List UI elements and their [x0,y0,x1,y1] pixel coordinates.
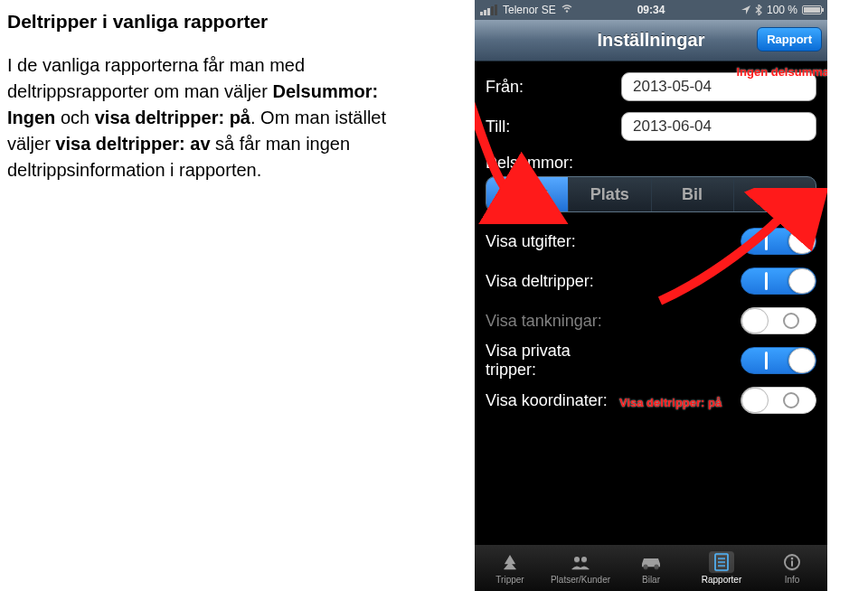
phone-frame: Telenor SE 09:34 100 % Inställningar Rap… [475,0,827,591]
screenshot-column: Telenor SE 09:34 100 % Inställningar Rap… [434,0,868,591]
toggle-deltripper-row: Visa deltripper: [475,261,827,301]
to-value: 2013-06-04 [633,117,712,136]
document-text-column: Deltripper i vanliga rapporter I de vanl… [0,0,434,591]
annot-visa-deltripper: Visa deltripper: på [619,396,722,409]
doc-title: Deltripper i vanliga rapporter [7,11,412,33]
delsummor-segmented[interactable]: Ingen Plats Bil SKV [486,176,816,212]
toggle-deltripper[interactable] [741,267,816,295]
toggle-tankningar-label: Visa tankningar: [486,312,621,331]
tab-label: Tripper [495,575,524,585]
toggle-utgifter[interactable] [741,228,816,255]
toggle-deltripper-label: Visa deltripper: [486,272,621,291]
tab-rapporter[interactable]: Rapporter [686,545,757,591]
nav-title: Inställningar [598,30,705,51]
doc-text: I de vanliga rapporterna får man med del… [7,55,305,101]
signal-icon [480,5,497,15]
tab-label: Info [785,575,800,585]
rapport-button[interactable]: Rapport [757,27,822,52]
annot-ingen-delsumma: Ingen delsumma [736,65,827,79]
doc-body: I de vanliga rapporterna får man med del… [7,52,412,183]
seg-bil[interactable]: Bil [652,177,734,211]
doc-text: och [55,108,94,127]
seg-ingen[interactable]: Ingen [486,177,569,211]
location-icon [741,5,750,14]
svg-point-0 [566,10,568,12]
toggle-privata-row: Visa privata tripper: [475,341,827,380]
battery-icon [802,5,822,14]
delsummor-label: Delsummor: [475,146,827,176]
car-icon [638,551,664,573]
toggle-tankningar-row: Visa tankningar: [475,301,827,341]
tree-icon [497,551,523,573]
tab-label: Platser/Kunder [551,575,610,585]
seg-skv[interactable]: SKV [734,177,816,211]
toggle-utgifter-row: Visa utgifter: [475,221,827,261]
toggle-koordinater[interactable] [741,387,816,414]
info-icon [779,551,805,573]
clock-label: 09:34 [637,4,665,16]
tab-label: Rapporter [702,575,741,585]
svg-point-3 [644,565,648,569]
bluetooth-icon [755,5,762,15]
nav-bar: Inställningar Rapport [475,20,827,61]
svg-rect-11 [791,561,793,567]
svg-point-1 [574,557,580,562]
svg-point-2 [581,557,587,562]
wifi-icon [561,5,572,15]
to-row: Till: 2013-06-04 [475,107,827,146]
settings-content: Från: 2013-05-04 Till: 2013-06-04 Delsum… [475,61,827,544]
toggle-tankningar[interactable] [741,307,816,334]
people-icon [568,551,593,573]
toggle-utgifter-label: Visa utgifter: [486,232,621,251]
battery-pct: 100 % [767,4,797,16]
status-right-icons: 100 % [741,4,822,16]
report-icon [709,551,734,573]
toggle-privata[interactable] [741,347,816,374]
seg-plats[interactable]: Plats [569,177,651,211]
toggle-privata-label: Visa privata tripper: [486,342,621,380]
to-field[interactable]: 2013-06-04 [621,112,816,141]
svg-point-4 [655,565,659,569]
svg-point-10 [791,558,794,560]
tab-platser[interactable]: Platser/Kunder [545,545,616,591]
tab-tripper[interactable]: Tripper [475,545,545,591]
carrier-label: Telenor SE [503,4,556,16]
doc-bold-3: visa deltripper: av [55,134,210,154]
doc-bold-2: visa deltripper: på [95,108,250,127]
tab-label: Bilar [642,575,660,585]
tab-bilar[interactable]: Bilar [616,545,686,591]
status-bar: Telenor SE 09:34 100 % [475,0,827,20]
tab-bar: Tripper Platser/Kunder Bilar Rapporter I… [475,544,827,591]
to-label: Till: [486,117,621,136]
tab-info[interactable]: Info [757,545,827,591]
from-value: 2013-05-04 [633,78,712,96]
from-label: Från: [486,78,621,97]
toggle-koordinater-label: Visa koordinater: [486,391,621,410]
